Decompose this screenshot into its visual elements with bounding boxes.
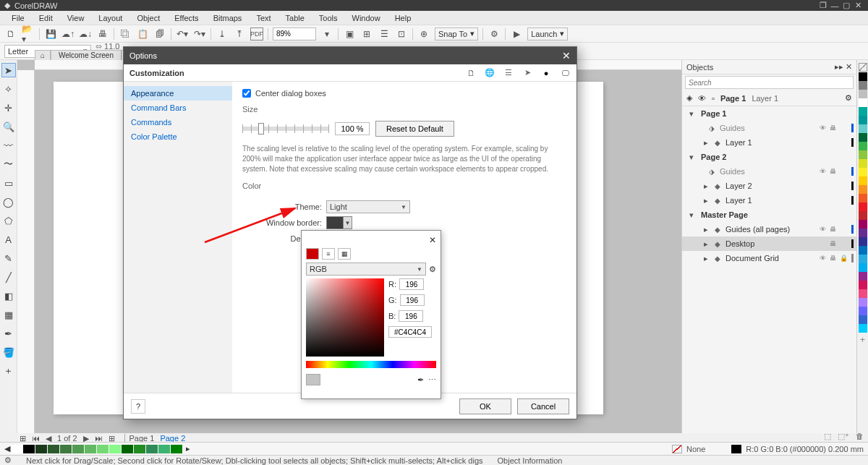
docpalette-swatch[interactable] <box>158 445 170 453</box>
object-layer-row[interactable]: ▸◆Layer 1 <box>682 135 856 150</box>
new-layer-icon[interactable]: ⬚ <box>822 430 833 442</box>
docpalette-swatch[interactable] <box>97 445 109 453</box>
palette-swatch[interactable] <box>859 133 867 142</box>
palette-swatch[interactable] <box>859 168 867 176</box>
pdf-icon[interactable]: PDF <box>250 27 263 40</box>
crop-tool-icon[interactable]: ✛ <box>1 101 16 115</box>
pick-tool-icon[interactable]: ➤ <box>1 63 16 77</box>
palette-swatch[interactable] <box>859 307 867 315</box>
dlg-tab-document-icon[interactable]: 🗋 <box>465 67 477 79</box>
menu-table[interactable]: Table <box>278 14 312 22</box>
palette-swatch[interactable] <box>859 194 867 202</box>
palette-swatch[interactable] <box>859 159 867 168</box>
colorpop-tab-solid-icon[interactable] <box>306 248 319 260</box>
palette-swatch[interactable] <box>859 298 867 307</box>
palette-swatch[interactable] <box>859 142 867 150</box>
object-page-row[interactable]: ▾Page 2 <box>682 150 856 164</box>
menu-view[interactable]: View <box>60 14 92 22</box>
snap-icon[interactable]: ⊕ <box>417 27 430 40</box>
cloud-up-icon[interactable]: ☁↑ <box>61 27 75 40</box>
palette-plus[interactable]: + <box>860 335 865 345</box>
object-layer-row[interactable]: ▸◆Desktop🖶 <box>682 236 856 251</box>
colorpop-r-input[interactable] <box>399 278 424 290</box>
no-color-swatch[interactable] <box>859 63 867 72</box>
docpalette-swatch[interactable] <box>85 445 96 453</box>
object-page-row[interactable]: ▾Master Page <box>682 208 856 222</box>
palette-swatch[interactable] <box>859 315 867 324</box>
transparency-tool-icon[interactable]: ▦ <box>1 307 16 322</box>
dlg-tab-workspace-icon[interactable]: ☰ <box>503 67 514 79</box>
menu-bitmaps[interactable]: Bitmaps <box>206 14 250 22</box>
nav-commands[interactable]: Commands <box>124 115 232 129</box>
colorpop-tab-sliders-icon[interactable]: ≡ <box>322 248 335 260</box>
docpalette-swatch[interactable] <box>11 445 22 453</box>
colorpop-tab-palette-icon[interactable]: ▦ <box>338 248 351 260</box>
docker-toggle-icon[interactable]: ◈ <box>686 93 692 103</box>
text-tool-icon[interactable]: A <box>1 232 16 247</box>
docker-search-input[interactable] <box>685 76 854 89</box>
fullscreen-icon[interactable]: ▣ <box>343 27 356 40</box>
palette-swatch[interactable] <box>859 150 867 159</box>
palette-swatch[interactable] <box>859 176 867 185</box>
object-layer-row[interactable]: ▸◆Document Grid👁🖶🔒 <box>682 251 856 265</box>
palette-swatch[interactable] <box>859 72 867 81</box>
export-icon[interactable]: ⤒ <box>233 27 246 40</box>
docker-eye-icon[interactable]: 👁 <box>698 94 706 103</box>
freehand-tool-icon[interactable]: 〰 <box>1 138 16 153</box>
menu-window[interactable]: Window <box>345 14 388 22</box>
palette-swatch[interactable] <box>859 116 867 124</box>
dimension-tool-icon[interactable]: ✎ <box>1 251 16 265</box>
open-icon[interactable]: 📂▾ <box>22 27 35 40</box>
palette-swatch[interactable] <box>859 281 867 289</box>
doctab-welcome[interactable]: Welcome Screen <box>51 50 122 60</box>
restore-down-icon[interactable]: ❐ <box>817 1 829 10</box>
paste-icon[interactable]: 📋 <box>136 27 149 40</box>
palette-swatch[interactable] <box>859 202 867 211</box>
dropshadow-tool-icon[interactable]: ◧ <box>1 289 16 303</box>
palette-swatch[interactable] <box>859 185 867 194</box>
print-icon[interactable]: 🖶 <box>96 27 109 40</box>
copy-icon[interactable]: ⿻ <box>119 27 132 40</box>
maximize-icon[interactable]: ▢ <box>841 1 852 10</box>
reset-default-button[interactable]: Reset to Default <box>375 121 454 137</box>
menu-object[interactable]: Object <box>129 14 167 22</box>
dialog-cancel-button[interactable]: Cancel <box>517 398 569 414</box>
palette-swatch[interactable] <box>859 81 867 90</box>
rectangle-tool-icon[interactable]: ▭ <box>1 176 16 190</box>
docpalette-swatch[interactable] <box>60 445 72 453</box>
palette-swatch[interactable] <box>859 272 867 281</box>
dlg-tab-display-icon[interactable]: 🖵 <box>559 67 571 79</box>
object-layer-row[interactable]: ▸◆Guides (all pages)👁🖶 <box>682 222 856 236</box>
palette-swatch[interactable] <box>859 229 867 237</box>
colorpop-close-icon[interactable]: ✕ <box>429 235 436 245</box>
launch-dropdown[interactable]: Launch▾ <box>527 27 568 40</box>
colorpop-more-icon[interactable]: ⋯ <box>428 375 436 385</box>
dlg-tab-tools-icon[interactable]: ➤ <box>522 67 533 79</box>
dialog-help-button[interactable]: ? <box>131 399 145 414</box>
palette-swatch[interactable] <box>859 237 867 246</box>
scale-value-input[interactable] <box>335 122 370 135</box>
colorpop-b-input[interactable] <box>399 310 423 322</box>
colorpop-settings-icon[interactable]: ⚙ <box>429 265 436 274</box>
polygon-tool-icon[interactable]: ⬠ <box>1 213 16 228</box>
connector-tool-icon[interactable]: ╱ <box>1 270 16 284</box>
menu-help[interactable]: Help <box>388 14 419 22</box>
menu-edit[interactable]: Edit <box>32 14 60 22</box>
docpalette-swatch[interactable] <box>122 445 133 453</box>
close-icon[interactable]: ✕ <box>852 1 864 10</box>
docpalette-menu-icon[interactable]: ◀ <box>4 444 10 453</box>
plus-tool-icon[interactable]: ＋ <box>1 364 16 378</box>
palette-swatch[interactable] <box>859 246 867 255</box>
palette-swatch[interactable] <box>859 124 867 133</box>
docker-settings-icon[interactable]: ⚙ <box>845 93 852 103</box>
palette-swatch[interactable] <box>859 211 867 220</box>
docpalette-swatch[interactable] <box>171 445 182 453</box>
scale-slider[interactable] <box>242 127 329 131</box>
status-gear-icon[interactable]: ⚙ <box>4 456 12 465</box>
colorpop-g-input[interactable] <box>400 294 425 306</box>
launch-icon[interactable]: ▶ <box>510 27 523 40</box>
window-border-color-button[interactable]: ▼ <box>326 216 352 229</box>
colorpop-hex-input[interactable] <box>388 326 432 338</box>
delete-layer-icon[interactable]: 🗑 <box>854 430 865 442</box>
grid-icon[interactable]: ⊞ <box>360 27 373 40</box>
